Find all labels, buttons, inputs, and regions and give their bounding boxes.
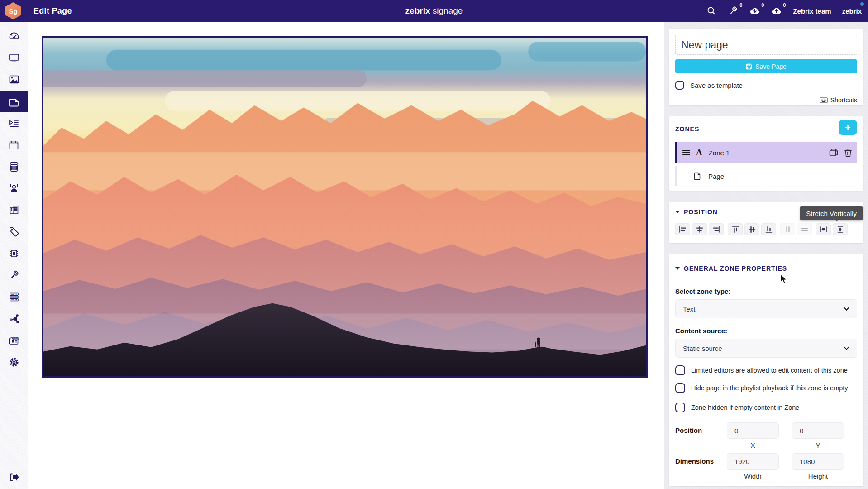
general-zone-properties-card: GENERAL ZONE PROPERTIES Select zone type… (669, 254, 863, 486)
align-left-button[interactable] (675, 223, 690, 235)
brand-light: signage (433, 6, 463, 15)
sidebar-item-news[interactable]: News (0, 330, 28, 351)
stretch-vertically-tooltip: Stretch Vertically (800, 206, 863, 220)
position-title: POSITION (684, 208, 718, 216)
page-name-input[interactable] (675, 35, 857, 55)
limited-editors-row: Limited editors are allowed to edit cont… (675, 365, 857, 375)
topbar-actions: 0 0 0 Zebrix team zebrix (706, 5, 868, 16)
content-source-value: Static source (683, 345, 722, 352)
zone-name: Zone 1 (709, 149, 730, 157)
sidebar-item-displays[interactable] (0, 47, 28, 69)
stretch-horizontal-button[interactable] (816, 223, 831, 235)
stretch-vertical-button[interactable] (833, 223, 848, 235)
sidebar-item-playlists[interactable] (0, 112, 28, 134)
share-nodes-icon (8, 313, 20, 325)
position-x-input[interactable] (727, 422, 779, 439)
drag-handle-icon[interactable] (682, 149, 690, 156)
sidebar-item-logout[interactable] (0, 468, 28, 486)
shortcuts-link[interactable]: Shortcuts (675, 96, 857, 104)
zone-type-label: Select zone type: (675, 288, 857, 295)
zone-hidden-row: Zone hidden if empty content in Zone (675, 403, 857, 412)
align-middle-icon (749, 226, 756, 233)
position-fields-row: Position X Y (675, 422, 857, 449)
user-menu[interactable]: zebrix (842, 7, 862, 15)
delete-zone-icon[interactable] (844, 149, 852, 157)
align-top-button[interactable] (728, 223, 743, 235)
distribute-horizontal-icon (784, 226, 792, 233)
sidebar-item-tags[interactable] (0, 221, 28, 243)
sidebar-item-meeting-rooms[interactable] (0, 243, 28, 264)
zone-hidden-label: Zone hidden if empty content in Zone (691, 404, 799, 411)
y-axis-label: Y (792, 441, 844, 449)
sidebar-item-pages[interactable] (0, 91, 28, 112)
page-title: Edit Page (33, 6, 72, 16)
page-canvas-zone-1[interactable] (42, 36, 648, 378)
buildings-icon (8, 204, 20, 216)
zone-page-item[interactable]: Page (675, 166, 857, 186)
height-input[interactable] (792, 453, 844, 470)
save-as-template-checkbox[interactable] (675, 81, 684, 90)
app-logo[interactable]: Sg (5, 2, 21, 19)
general-section-header[interactable]: GENERAL ZONE PROPERTIES (675, 265, 857, 272)
add-zone-button[interactable]: + (839, 120, 857, 135)
zone-row-selected[interactable]: A Zone 1 (675, 142, 857, 163)
sidebar-item-data[interactable] (0, 156, 28, 177)
sidebar-item-dashboard[interactable] (0, 25, 28, 47)
sidebar-item-organization[interactable] (0, 199, 28, 221)
zone-hidden-checkbox[interactable] (675, 403, 685, 412)
align-bottom-icon (765, 226, 773, 233)
save-as-template-label: Save as template (690, 82, 743, 89)
properties-panel: Save Page Save as template Shortcuts ZON… (664, 22, 868, 489)
shortcuts-label: Shortcuts (830, 96, 857, 104)
sidebar-item-media[interactable] (0, 69, 28, 91)
spatula-icon (8, 269, 20, 281)
chevron-down-icon (844, 307, 849, 311)
width-label: Width (727, 472, 779, 480)
align-center-icon (696, 226, 704, 233)
text-zone-type-icon: A (696, 148, 702, 158)
chevron-down-icon (844, 346, 849, 350)
distribute-horizontal-button[interactable] (780, 223, 795, 235)
stretch-vertical-icon (837, 226, 844, 233)
position-fields-label: Position (675, 422, 727, 449)
sidebar-item-users[interactable] (0, 177, 28, 199)
sidebar-item-settings[interactable] (0, 351, 28, 373)
duplicate-zone-icon[interactable] (829, 149, 839, 157)
align-right-button[interactable] (709, 223, 724, 235)
align-right-icon (712, 226, 720, 233)
align-bottom-button[interactable] (761, 223, 776, 235)
image-icon (8, 74, 20, 86)
sidebar-item-calendar[interactable] (0, 134, 28, 156)
page-save-card: Save Page Save as template Shortcuts (669, 29, 863, 105)
tools-badge: 0 (739, 2, 742, 8)
tools-icon[interactable]: 0 (728, 5, 739, 16)
floppy-icon (746, 63, 752, 70)
hide-page-label: Hide page in the playlist playback if th… (691, 384, 848, 392)
page-icon (8, 96, 20, 108)
sidebar-item-integrations[interactable] (0, 308, 28, 330)
width-input[interactable] (727, 453, 779, 470)
left-sidebar: News (0, 22, 28, 489)
distribute-vertical-button[interactable] (797, 223, 812, 235)
limited-editors-checkbox[interactable] (675, 365, 685, 375)
search-icon[interactable] (706, 5, 717, 16)
sidebar-item-tools[interactable] (0, 264, 28, 286)
align-middle-button[interactable] (744, 223, 759, 235)
zone-type-select[interactable]: Text (675, 299, 857, 318)
hide-page-row: Hide page in the playlist playback if th… (675, 383, 857, 393)
zone-page-label: Page (708, 173, 724, 180)
align-center-button[interactable] (692, 223, 707, 235)
cloud-download-icon[interactable]: 0 (749, 5, 760, 16)
hide-page-checkbox[interactable] (675, 383, 685, 393)
editor-workspace (28, 22, 664, 489)
cloud-upload-icon[interactable]: 0 (771, 5, 782, 16)
cloud-upload-badge: 0 (783, 2, 786, 8)
zones-title: ZONES (675, 125, 857, 133)
database-icon (8, 161, 20, 173)
position-y-input[interactable] (792, 422, 844, 439)
content-source-select[interactable]: Static source (675, 339, 857, 358)
team-menu[interactable]: Zebrix team (793, 7, 831, 15)
save-page-button[interactable]: Save Page (675, 59, 857, 73)
scroll-indicator-dot (860, 2, 864, 6)
sidebar-item-servers[interactable] (0, 286, 28, 308)
